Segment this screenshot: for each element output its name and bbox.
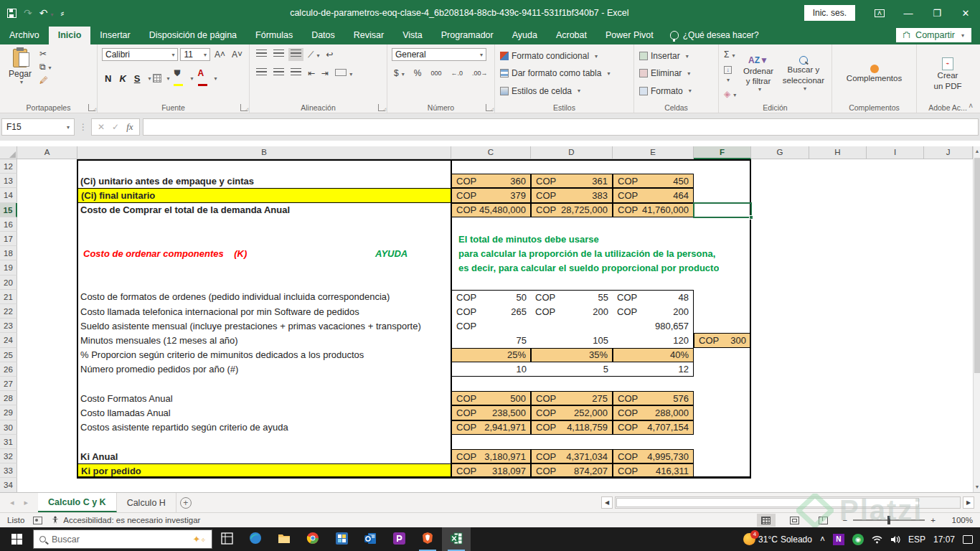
taskbar-search-input[interactable]: Buscar ✦✧	[33, 529, 212, 549]
merge-center-icon[interactable]: ▾	[333, 67, 354, 80]
row-header-16[interactable]: 16	[0, 217, 17, 232]
orientation-icon[interactable]: ⟋▾	[306, 48, 321, 61]
cell-E28[interactable]: COP576	[613, 391, 694, 405]
share-button[interactable]: ⛫Compartir ▾	[896, 28, 971, 42]
start-button[interactable]	[0, 527, 33, 551]
weather-widget[interactable]: 4 31°C Soleado	[743, 533, 812, 545]
vertical-scrollbar[interactable]: ▲▼	[973, 146, 980, 492]
vertical-scroll-thumb[interactable]	[974, 158, 980, 373]
row-header-20[interactable]: 20	[0, 276, 17, 290]
row-header-22[interactable]: 22	[0, 304, 17, 319]
cell-C19-note[interactable]: es decir, para calcular el sueldo propor…	[456, 260, 719, 275]
column-header-E[interactable]: E	[613, 146, 694, 159]
cut-icon[interactable]: ✂	[37, 47, 54, 60]
cell-C13[interactable]: COP360	[451, 174, 531, 188]
cell-E24[interactable]: 120	[613, 333, 694, 347]
customize-qat-icon[interactable]: ⸗	[60, 7, 64, 19]
action-center-icon[interactable]	[963, 535, 973, 544]
redo-icon[interactable]: ↷	[24, 7, 32, 19]
cell-D13[interactable]: COP361	[531, 174, 613, 188]
cell-B23[interactable]: Sueldo asistente mensual (incluye presta…	[77, 319, 451, 333]
row-header-30[interactable]: 30	[0, 420, 17, 435]
cell-C22[interactable]: COP265	[451, 304, 531, 319]
cell-C17-note[interactable]: El total de minutos debe usarse	[456, 232, 599, 246]
column-header-C[interactable]: C	[451, 146, 531, 159]
number-format-select[interactable]: General▾	[392, 48, 486, 61]
ribbon-display-options-icon[interactable]: ˄	[865, 0, 894, 26]
row-header-14[interactable]: 14	[0, 188, 17, 202]
cell-C30[interactable]: COP2,941,971	[451, 420, 531, 435]
cell-C15[interactable]: COP45,480,000	[451, 203, 531, 217]
cell-E30[interactable]: COP4,707,154	[613, 420, 694, 435]
addins-button[interactable]: Complementos	[835, 47, 913, 101]
cell-E22[interactable]: COP200	[613, 304, 694, 319]
taskbar-app-purple-app[interactable]	[385, 527, 413, 551]
tab-datos[interactable]: Datos	[302, 27, 344, 44]
column-header-B[interactable]: B	[77, 146, 451, 159]
bold-button[interactable]: N	[102, 72, 114, 85]
cell-C32[interactable]: COP3,180,971	[451, 449, 531, 463]
grow-font-icon[interactable]: A˄	[212, 48, 227, 61]
cell-D22[interactable]: COP200	[531, 304, 613, 319]
sort-filter-button[interactable]: AZ▼ Ordenar y filtrar▾	[738, 47, 778, 101]
cell-B29[interactable]: Costo llamadas Anual	[77, 405, 451, 420]
column-header-J[interactable]: J	[924, 146, 973, 159]
cell-E25[interactable]: 40%	[613, 348, 694, 362]
zoom-percent[interactable]: 100%	[946, 516, 973, 524]
copy-icon[interactable]: ⧉▾	[37, 60, 54, 73]
cell-D33[interactable]: COP874,207	[531, 463, 613, 478]
delete-cells-button[interactable]: Eliminar▾	[637, 67, 715, 80]
find-select-button[interactable]: Buscar y seleccionar▾	[778, 47, 829, 101]
column-header-G[interactable]: G	[751, 146, 809, 159]
tab-insertar[interactable]: Insertar	[90, 27, 139, 44]
font-color-icon[interactable]: A	[196, 67, 209, 90]
clock[interactable]: 17:07	[933, 534, 955, 545]
cell-D15[interactable]: COP28,725,000	[531, 203, 613, 217]
decrease-indent-icon[interactable]: ⇤	[306, 67, 317, 80]
row-header-34[interactable]: 34	[0, 478, 17, 492]
cell-B25[interactable]: % Proporcion según criterio de mimunitos…	[77, 348, 451, 362]
row-header-15[interactable]: 15	[0, 203, 17, 217]
cell-D28[interactable]: COP275	[531, 391, 613, 405]
taskbar-app-edge[interactable]	[241, 527, 270, 551]
row-header-26[interactable]: 26	[0, 362, 17, 377]
tab-acrobat[interactable]: Acrobat	[547, 27, 596, 44]
cell-B22[interactable]: Costo llamada telefonica internacional p…	[77, 304, 451, 319]
column-header-F[interactable]: F	[694, 146, 751, 159]
cell-E21[interactable]: COP48	[613, 290, 694, 304]
tab-archivo[interactable]: Archivo	[0, 27, 49, 44]
comma-format-icon[interactable]: 000	[428, 68, 443, 78]
cell-B18[interactable]: Costo de ordenar componentes (K)	[80, 246, 247, 260]
cell-B32[interactable]: Ki Anual	[77, 449, 451, 463]
cell-C21[interactable]: COP50	[451, 290, 531, 304]
clear-icon[interactable]: ◈▾	[722, 88, 738, 100]
fill-icon[interactable]: ↓▾	[722, 62, 738, 85]
page-break-view-button[interactable]	[814, 514, 833, 527]
taskbar-app-file-explorer[interactable]	[270, 527, 298, 551]
insert-cells-button[interactable]: Insertar▾	[637, 50, 715, 62]
row-header-32[interactable]: 32	[0, 449, 17, 463]
increase-indent-icon[interactable]: ⇥	[319, 67, 331, 80]
cell-B26[interactable]: Número promedio pedidos por año (#)	[77, 362, 451, 377]
cell-B33[interactable]: Ki por pedido	[77, 463, 451, 478]
select-all-corner[interactable]	[0, 146, 17, 159]
autosum-icon[interactable]: Σ▾	[722, 48, 738, 61]
minimize-button[interactable]: —	[894, 0, 923, 26]
tab-inicio[interactable]: Inicio	[49, 27, 91, 44]
currency-format-icon[interactable]: $▾	[392, 67, 407, 80]
tab-power-pivot[interactable]: Power Pivot	[596, 27, 663, 44]
cell-styles-button[interactable]: Estilos de celda▾	[498, 85, 631, 97]
zoom-track[interactable]	[853, 519, 925, 521]
percent-format-icon[interactable]: %	[412, 67, 424, 80]
recorder-tray-icon[interactable]: ◉	[852, 534, 864, 545]
cell-B30[interactable]: Costos asistente repartido según criteri…	[77, 420, 451, 435]
taskbar-app-task-view[interactable]	[212, 527, 241, 551]
alignment-dialog-launcher[interactable]	[378, 104, 385, 111]
tab-formulas[interactable]: Fórmulas	[246, 27, 302, 44]
borders-icon[interactable]	[153, 74, 161, 83]
horizontal-scroll-track[interactable]	[615, 496, 961, 509]
next-sheet-icon[interactable]: ▸	[24, 498, 29, 507]
formula-input[interactable]	[143, 118, 979, 136]
taskbar-app-chrome[interactable]	[298, 527, 327, 551]
align-top-icon[interactable]	[254, 48, 269, 61]
